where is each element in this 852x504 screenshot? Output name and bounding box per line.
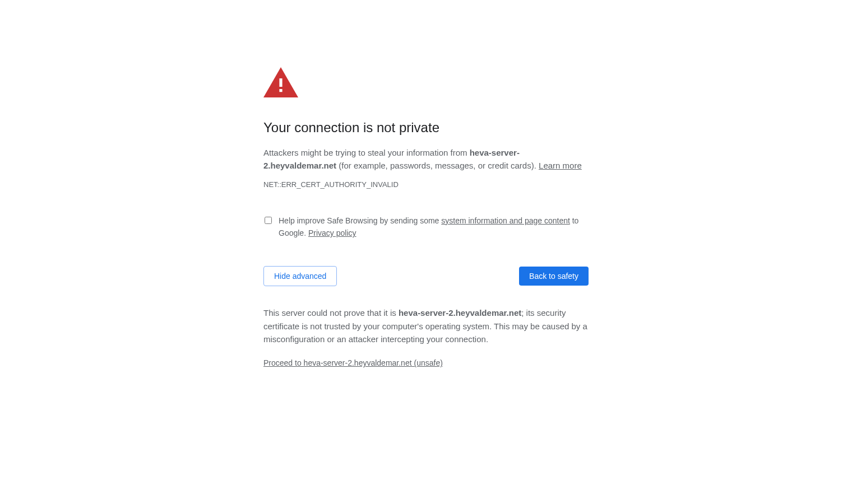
description-suffix: (for example, passwords, messages, or cr… [336,161,539,170]
error-code: NET::ERR_CERT_AUTHORITY_INVALID [263,180,589,189]
hide-advanced-button[interactable]: Hide advanced [263,266,337,286]
button-row: Hide advanced Back to safety [263,266,589,286]
svg-rect-2 [279,89,282,92]
advanced-hostname: heva-server-2.heyvaldemar.net [399,308,521,318]
optin-prefix: Help improve Safe Browsing by sending so… [279,216,441,225]
proceed-unsafe-link[interactable]: Proceed to heva-server-2.heyvaldemar.net… [263,358,443,367]
ssl-interstitial-container: Your connection is not private Attackers… [263,0,589,368]
advanced-details-block: This server could not prove that it is h… [263,306,589,368]
warning-description: Attackers might be trying to steal your … [263,146,589,172]
system-info-link[interactable]: system information and page content [441,216,570,225]
privacy-policy-link[interactable]: Privacy policy [308,228,356,237]
warning-triangle-icon [263,67,589,97]
page-title: Your connection is not private [263,119,589,136]
learn-more-link[interactable]: Learn more [539,161,582,170]
advanced-text-prefix: This server could not prove that it is [263,308,399,318]
svg-rect-1 [279,78,282,87]
safe-browsing-optin-text: Help improve Safe Browsing by sending so… [279,214,589,240]
advanced-explanation: This server could not prove that it is h… [263,306,589,346]
back-to-safety-button[interactable]: Back to safety [519,267,589,286]
safe-browsing-optin-checkbox[interactable] [265,216,272,225]
description-prefix: Attackers might be trying to steal your … [263,148,470,157]
safe-browsing-optin-row: Help improve Safe Browsing by sending so… [263,214,589,240]
